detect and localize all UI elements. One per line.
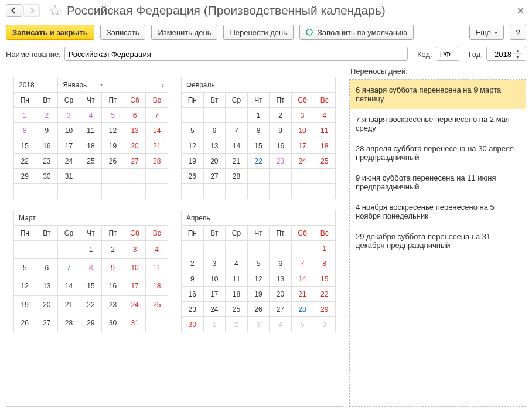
day-cell[interactable]: 1 xyxy=(247,108,270,123)
day-cell[interactable]: 10 xyxy=(58,123,80,138)
day-cell[interactable]: 5 xyxy=(102,108,124,123)
save-button[interactable]: Записать xyxy=(100,25,146,40)
day-cell[interactable]: 14 xyxy=(226,138,248,154)
day-cell[interactable]: 11 xyxy=(313,123,336,138)
day-cell[interactable]: 30 xyxy=(182,317,204,332)
day-cell[interactable]: 28 xyxy=(291,302,313,317)
day-cell[interactable]: 2 xyxy=(270,108,292,123)
day-cell[interactable]: 22 xyxy=(80,295,102,314)
day-cell[interactable]: 24 xyxy=(203,302,226,317)
day-cell[interactable]: 12 xyxy=(102,123,124,138)
day-cell[interactable]: 2 xyxy=(102,241,124,259)
day-cell[interactable]: 29 xyxy=(14,169,36,184)
day-cell[interactable]: 29 xyxy=(80,314,102,332)
day-cell[interactable]: 1 xyxy=(14,108,36,123)
day-cell[interactable]: 21 xyxy=(146,138,168,154)
day-cell[interactable]: 5 xyxy=(247,256,270,271)
day-cell[interactable]: 29 xyxy=(313,302,336,317)
day-cell[interactable]: 6 xyxy=(124,108,146,123)
day-cell[interactable]: 24 xyxy=(124,295,146,314)
year-spin-up[interactable]: ▲ xyxy=(513,47,522,54)
day-cell[interactable]: 30 xyxy=(36,169,58,184)
day-cell[interactable]: 18 xyxy=(146,277,168,295)
day-cell[interactable]: 20 xyxy=(270,287,292,302)
day-cell[interactable]: 11 xyxy=(226,271,248,287)
day-cell[interactable]: 4 xyxy=(313,108,336,123)
day-cell[interactable]: 27 xyxy=(270,302,292,317)
save-close-button[interactable]: Записать и закрыть xyxy=(6,25,94,40)
month-title-cell[interactable]: Январь▾› xyxy=(58,77,168,93)
transfer-item[interactable]: 6 января суббота перенесена на 9 марта п… xyxy=(350,80,526,109)
day-cell[interactable]: 19 xyxy=(102,138,124,154)
month-next-icon[interactable]: › xyxy=(162,81,164,88)
nav-back-button[interactable] xyxy=(6,4,22,17)
day-cell[interactable]: 24 xyxy=(58,154,80,169)
day-cell[interactable]: 5 xyxy=(14,259,36,277)
day-cell[interactable]: 9 xyxy=(102,259,124,277)
day-cell[interactable]: 8 xyxy=(247,123,270,138)
day-cell[interactable]: 9 xyxy=(270,123,292,138)
close-button[interactable]: ✕ xyxy=(514,5,526,16)
month-dropdown-icon[interactable]: ▾ xyxy=(100,82,103,87)
day-cell[interactable]: 7 xyxy=(58,259,80,277)
day-cell[interactable]: 18 xyxy=(313,138,336,154)
year-display[interactable]: 2018 xyxy=(14,77,58,93)
day-cell[interactable]: 10 xyxy=(291,123,313,138)
name-input[interactable] xyxy=(64,47,408,61)
nav-forward-button[interactable] xyxy=(23,4,40,17)
year-input[interactable] xyxy=(487,49,513,59)
day-cell[interactable]: 11 xyxy=(146,259,168,277)
day-cell[interactable]: 23 xyxy=(270,154,292,169)
day-cell[interactable]: 28 xyxy=(226,169,248,184)
day-cell[interactable]: 10 xyxy=(124,259,146,277)
day-cell[interactable]: 13 xyxy=(124,123,146,138)
day-cell[interactable]: 17 xyxy=(124,277,146,295)
day-cell[interactable]: 27 xyxy=(124,154,146,169)
day-cell[interactable]: 10 xyxy=(203,271,226,287)
transfer-item[interactable]: 29 декабря суббота перенесена на 31 дека… xyxy=(350,226,526,256)
day-cell[interactable]: 2 xyxy=(226,317,248,332)
day-cell[interactable]: 4 xyxy=(226,256,248,271)
day-cell[interactable]: 9 xyxy=(182,271,204,287)
day-cell[interactable]: 16 xyxy=(182,287,204,302)
day-cell[interactable]: 28 xyxy=(58,314,80,332)
day-cell[interactable]: 16 xyxy=(270,138,292,154)
day-cell[interactable]: 22 xyxy=(313,287,336,302)
day-cell[interactable]: 18 xyxy=(226,287,248,302)
day-cell[interactable]: 2 xyxy=(182,256,204,271)
transfer-item[interactable]: 9 июня суббота перенесена на 11 июня пре… xyxy=(350,168,526,197)
favorite-star-icon[interactable] xyxy=(49,5,61,16)
day-cell[interactable]: 22 xyxy=(247,154,270,169)
day-cell[interactable]: 16 xyxy=(36,138,58,154)
day-cell[interactable]: 8 xyxy=(80,259,102,277)
day-cell[interactable]: 7 xyxy=(146,108,168,123)
transfer-item[interactable]: 7 января воскресенье перенесено на 2 мая… xyxy=(350,109,526,138)
year-spin-down[interactable]: ▼ xyxy=(513,54,522,60)
fill-default-button[interactable]: Заполнить по умолчанию xyxy=(299,25,414,40)
day-cell[interactable]: 5 xyxy=(291,317,313,332)
day-cell[interactable]: 24 xyxy=(291,154,313,169)
day-cell[interactable]: 7 xyxy=(291,256,313,271)
day-cell[interactable]: 12 xyxy=(182,138,204,154)
day-cell[interactable]: 19 xyxy=(182,154,204,169)
day-cell[interactable]: 2 xyxy=(36,108,58,123)
day-cell[interactable]: 28 xyxy=(146,154,168,169)
day-cell[interactable]: 12 xyxy=(247,271,270,287)
day-cell[interactable]: 14 xyxy=(58,277,80,295)
change-day-button[interactable]: Изменить день xyxy=(151,25,217,40)
day-cell[interactable]: 23 xyxy=(102,295,124,314)
day-cell[interactable]: 12 xyxy=(14,277,36,295)
more-button[interactable]: Еще ▾ xyxy=(469,25,504,40)
day-cell[interactable]: 25 xyxy=(146,295,168,314)
day-cell[interactable]: 8 xyxy=(14,123,36,138)
day-cell[interactable]: 15 xyxy=(14,138,36,154)
day-cell[interactable]: 18 xyxy=(80,138,102,154)
day-cell[interactable]: 3 xyxy=(291,108,313,123)
day-cell[interactable]: 7 xyxy=(226,123,248,138)
transfer-item[interactable]: 28 апреля суббота перенесена на 30 апрел… xyxy=(350,138,526,168)
day-cell[interactable]: 31 xyxy=(124,314,146,332)
day-cell[interactable]: 30 xyxy=(102,314,124,332)
day-cell[interactable]: 13 xyxy=(36,277,58,295)
day-cell[interactable]: 25 xyxy=(226,302,248,317)
day-cell[interactable]: 20 xyxy=(203,154,226,169)
